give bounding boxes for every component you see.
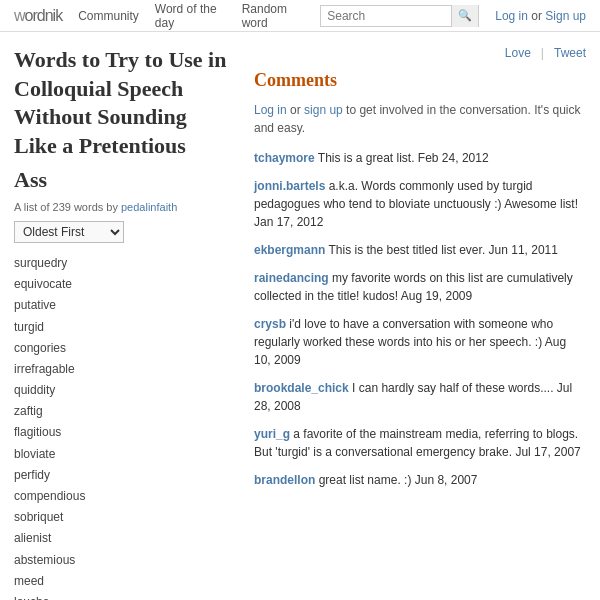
list-item: irrefragable — [14, 359, 234, 380]
login-link[interactable]: Log in — [495, 9, 528, 23]
comments-title: Comments — [254, 70, 586, 91]
list-item: flagitious — [14, 422, 234, 443]
search-input[interactable] — [321, 7, 451, 25]
comment-text: This is the best titled list ever. Jun 1… — [325, 243, 558, 257]
comment: yuri_g a favorite of the mainstream medi… — [254, 425, 586, 461]
list-item: bloviate — [14, 444, 234, 465]
main-content: Words to Try to Use in Colloquial Speech… — [0, 32, 600, 600]
comment-author[interactable]: brookdale_chick — [254, 381, 349, 395]
comment-intro: Log in or sign up to get involved in the… — [254, 101, 586, 137]
header: wordnik Community Word of the day Random… — [0, 0, 600, 32]
list-item: perfidy — [14, 465, 234, 486]
comment-author[interactable]: ekbergmann — [254, 243, 325, 257]
page-title: Words to Try to Use in Colloquial Speech… — [14, 46, 234, 160]
logo-rest: ordnik — [25, 7, 63, 24]
sort-select[interactable]: Oldest First — [14, 221, 124, 243]
search-button[interactable]: 🔍 — [451, 5, 478, 27]
comment: crysb i'd love to have a conversation wi… — [254, 315, 586, 369]
social-actions: Love | Tweet — [254, 46, 586, 60]
list-item: compendious — [14, 486, 234, 507]
list-item: surquedry — [14, 253, 234, 274]
nav-community[interactable]: Community — [78, 9, 139, 23]
list-item: congories — [14, 338, 234, 359]
list-item: abstemious — [14, 550, 234, 571]
word-list: surquedryequivocateputativeturgidcongori… — [14, 253, 234, 600]
comment-text: great list name. :) Jun 8, 2007 — [315, 473, 477, 487]
comment: rainedancing my favorite words on this l… — [254, 269, 586, 305]
comment-author[interactable]: tchaymore — [254, 151, 315, 165]
list-item: sobriquet — [14, 507, 234, 528]
intro-login-link[interactable]: Log in — [254, 103, 287, 117]
comment-author[interactable]: rainedancing — [254, 271, 329, 285]
comment-author[interactable]: jonni.bartels — [254, 179, 325, 193]
list-item: zaftig — [14, 401, 234, 422]
list-item: alienist — [14, 528, 234, 549]
comment: jonni.bartels a.k.a. Words commonly used… — [254, 177, 586, 231]
nav-wotd[interactable]: Word of the day — [155, 2, 226, 30]
comment-text: This is a great list. Feb 24, 2012 — [315, 151, 489, 165]
search-box: 🔍 — [320, 5, 479, 27]
list-item: quiddity — [14, 380, 234, 401]
comment-author[interactable]: yuri_g — [254, 427, 290, 441]
author-link[interactable]: pedalinfaith — [121, 201, 177, 213]
comment: brookdale_chick I can hardly say half of… — [254, 379, 586, 415]
logo-w: w — [14, 7, 25, 24]
list-item: louche — [14, 592, 234, 600]
comment: brandellon great list name. :) Jun 8, 20… — [254, 471, 586, 489]
comment-text: i'd love to have a conversation with som… — [254, 317, 566, 367]
comments-list: tchaymore This is a great list. Feb 24, … — [254, 149, 586, 489]
list-item: turgid — [14, 317, 234, 338]
list-item: equivocate — [14, 274, 234, 295]
comment: tchaymore This is a great list. Feb 24, … — [254, 149, 586, 167]
right-column: Love | Tweet Comments Log in or sign up … — [254, 46, 586, 600]
header-auth: Log in or Sign up — [495, 9, 586, 23]
left-column: Words to Try to Use in Colloquial Speech… — [14, 46, 234, 600]
page-title-ass: Ass — [14, 166, 234, 195]
tweet-button[interactable]: Tweet — [554, 46, 586, 60]
comment-text: a favorite of the mainstream media, refe… — [254, 427, 581, 459]
list-meta: A list of 239 words by pedalinfaith — [14, 201, 234, 213]
love-button[interactable]: Love — [505, 46, 531, 60]
list-item: putative — [14, 295, 234, 316]
comment: ekbergmann This is the best titled list … — [254, 241, 586, 259]
logo[interactable]: wordnik — [14, 7, 62, 25]
comment-author[interactable]: brandellon — [254, 473, 315, 487]
comment-author[interactable]: crysb — [254, 317, 286, 331]
nav-random[interactable]: Random word — [242, 2, 305, 30]
list-item: meed — [14, 571, 234, 592]
signup-link[interactable]: Sign up — [545, 9, 586, 23]
intro-signup-link[interactable]: sign up — [304, 103, 343, 117]
